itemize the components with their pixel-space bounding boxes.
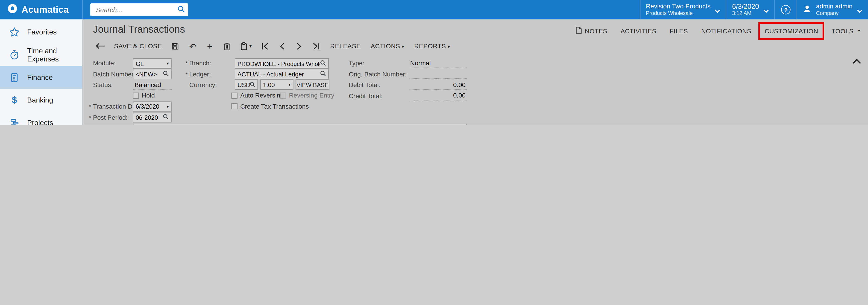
status-label: Status: bbox=[93, 80, 113, 90]
transaction-date-picker[interactable]: 6/3/2020▾ bbox=[133, 101, 172, 112]
activities-link[interactable]: ACTIVITIES bbox=[621, 27, 656, 34]
caret-down-icon: ▾ bbox=[249, 44, 252, 49]
company-name: Revision Two Products bbox=[646, 3, 710, 10]
dollar-icon: $ bbox=[9, 94, 20, 106]
checkbox-icon bbox=[280, 92, 286, 99]
checkbox-icon bbox=[133, 92, 139, 99]
release-button[interactable]: RELEASE bbox=[330, 43, 361, 49]
go-next-button[interactable] bbox=[291, 43, 308, 50]
customization-link[interactable]: CUSTOMIZATION bbox=[765, 27, 818, 34]
module-select[interactable]: GL▾ bbox=[133, 58, 172, 69]
debit-total-label: Debit Total: bbox=[349, 80, 380, 90]
search-input[interactable] bbox=[95, 5, 178, 14]
delete-icon[interactable] bbox=[218, 42, 236, 50]
credit-total-value: 0.00 bbox=[410, 90, 467, 100]
note-icon bbox=[576, 27, 582, 35]
collapse-panel-chevron[interactable] bbox=[852, 56, 861, 66]
save-icon[interactable] bbox=[167, 42, 184, 50]
caret-down-icon: ▾ bbox=[402, 45, 404, 50]
help-menu[interactable]: ? bbox=[774, 0, 797, 20]
back-button[interactable] bbox=[92, 43, 109, 49]
chevron-down-icon bbox=[764, 5, 769, 15]
sidebar-item-label: Finance bbox=[27, 73, 53, 82]
type-label: Type: bbox=[349, 58, 364, 68]
files-link[interactable]: FILES bbox=[670, 27, 688, 34]
logo-text: Acumatica bbox=[22, 4, 69, 15]
global-search[interactable] bbox=[90, 3, 188, 16]
checkbox-icon bbox=[231, 103, 238, 109]
acumatica-logo[interactable]: Acumatica bbox=[0, 0, 83, 20]
orig-batch-number-label: Orig. Batch Number: bbox=[349, 69, 407, 79]
search-icon[interactable] bbox=[178, 5, 185, 15]
business-date: 6/3/2020 bbox=[732, 3, 759, 11]
page-title: Journal Transactions bbox=[93, 24, 185, 35]
ledger-label: *Ledger: bbox=[185, 69, 211, 79]
caret-down-icon[interactable]: ▾ bbox=[167, 104, 169, 109]
sidebar: Favorites Time and Expenses Fi bbox=[0, 20, 83, 125]
actions-menu-button[interactable]: ACTIONS▾ bbox=[371, 43, 404, 49]
go-first-button[interactable] bbox=[256, 43, 274, 50]
reports-menu-button[interactable]: REPORTS▾ bbox=[414, 43, 450, 49]
post-period-lookup[interactable]: 06-2020 bbox=[133, 112, 172, 122]
screen-content: Journal Transactions NOTES ACTIVITIES FI… bbox=[84, 20, 868, 125]
lookup-icon[interactable] bbox=[320, 70, 326, 78]
lookup-icon[interactable] bbox=[163, 114, 169, 121]
save-and-close-button[interactable]: SAVE & CLOSE bbox=[114, 43, 162, 49]
sidebar-item-label: Projects bbox=[27, 119, 53, 125]
reversing-entry-checkbox: Reversing Entry bbox=[280, 91, 334, 99]
undo-icon[interactable]: ↶ bbox=[184, 42, 201, 50]
description-input[interactable] bbox=[133, 123, 467, 125]
module-label: Module: bbox=[93, 58, 116, 68]
view-base-button[interactable]: VIEW BASE bbox=[296, 79, 329, 90]
sidebar-item-favorites[interactable]: Favorites bbox=[0, 20, 82, 43]
company-sub: Products Wholesale bbox=[646, 10, 710, 17]
clipboard-menu[interactable]: ▾ bbox=[236, 42, 256, 50]
caret-down-icon[interactable]: ▾ bbox=[167, 61, 169, 66]
go-previous-button[interactable] bbox=[274, 43, 291, 50]
header-right: Revision Two Products Products Wholesale… bbox=[640, 0, 868, 20]
caret-down-icon: ▾ bbox=[448, 45, 450, 50]
description-label: Description: bbox=[93, 123, 127, 125]
credit-total-label: Credit Total: bbox=[349, 91, 382, 101]
batch-number-lookup[interactable]: <NEW> bbox=[133, 69, 172, 79]
business-date-switcher[interactable]: 6/3/2020 3:12 AM bbox=[726, 0, 774, 20]
currency-label: Currency: bbox=[189, 80, 217, 90]
sidebar-item-projects[interactable]: Projects bbox=[0, 111, 82, 125]
checkbox-icon bbox=[231, 92, 238, 99]
lookup-icon[interactable] bbox=[163, 70, 169, 78]
user-name: admin admin bbox=[816, 3, 852, 10]
chevron-down-icon bbox=[857, 5, 862, 15]
add-new-icon[interactable]: + bbox=[201, 41, 219, 51]
currency-rate-select[interactable]: 1.00▾ bbox=[260, 79, 293, 90]
tools-link[interactable]: TOOLS▾ bbox=[832, 27, 860, 34]
calculator-icon bbox=[9, 72, 20, 83]
sidebar-item-banking[interactable]: $ Banking bbox=[0, 89, 82, 111]
user-icon bbox=[803, 4, 812, 15]
chevron-down-icon bbox=[715, 5, 720, 15]
user-menu[interactable]: admin admin Company bbox=[797, 0, 868, 20]
user-role: Company bbox=[816, 10, 852, 17]
branch-lookup[interactable]: PRODWHOLE - Products Wholesale bbox=[235, 58, 329, 69]
sidebar-item-label: Time and Expenses bbox=[27, 46, 82, 63]
status-value: Balanced bbox=[133, 80, 172, 89]
notifications-link[interactable]: NOTIFICATIONS bbox=[701, 27, 751, 34]
auto-reversing-checkbox[interactable]: Auto Reversing bbox=[231, 91, 284, 99]
caret-down-icon[interactable]: ▾ bbox=[288, 82, 291, 87]
batch-number-label: Batch Number: bbox=[93, 69, 136, 79]
go-last-button[interactable] bbox=[308, 43, 325, 50]
post-period-label: *Post Period: bbox=[89, 112, 128, 122]
lookup-icon[interactable] bbox=[320, 60, 326, 67]
branch-label: *Branch: bbox=[185, 58, 211, 68]
sidebar-item-label: Favorites bbox=[27, 28, 57, 36]
currency-code-lookup[interactable]: USD bbox=[235, 79, 258, 90]
create-tax-transactions-checkbox[interactable]: Create Tax Transactions bbox=[231, 102, 309, 110]
company-switcher[interactable]: Revision Two Products Products Wholesale bbox=[640, 0, 726, 20]
layers-icon bbox=[9, 117, 20, 125]
sidebar-item-label: Banking bbox=[27, 96, 53, 104]
sidebar-item-time-and-expenses[interactable]: Time and Expenses bbox=[0, 43, 82, 66]
lookup-icon[interactable] bbox=[250, 81, 255, 88]
sidebar-item-finance[interactable]: Finance bbox=[0, 66, 82, 89]
ledger-lookup[interactable]: ACTUAL - Actual Ledger bbox=[235, 69, 329, 79]
notes-link[interactable]: NOTES bbox=[576, 27, 607, 35]
hold-checkbox[interactable]: Hold bbox=[133, 91, 155, 99]
